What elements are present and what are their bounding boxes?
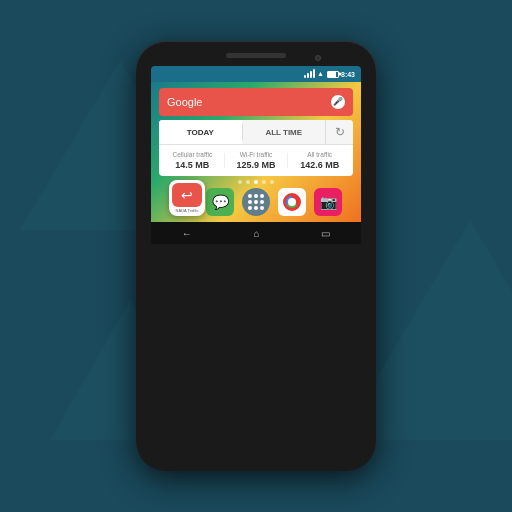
cellular-label: Cellular traffic [173, 151, 213, 158]
traffic-widget: TODAY ALL TIME ↻ Cellular traffic 14.5 M… [159, 120, 353, 176]
cellular-traffic-col: Cellular traffic 14.5 MB [163, 151, 222, 170]
phone-shell: ▲ 8:43 Google 🎤 TODAY ALL [136, 41, 376, 471]
chrome-app-icon[interactable] [278, 188, 306, 216]
back-button[interactable]: ← [182, 228, 192, 239]
hangouts-app-icon[interactable]: 💬 [206, 188, 234, 216]
all-traffic-col: All traffic 142.6 MB [290, 151, 349, 170]
all-traffic-value: 142.6 MB [300, 160, 339, 170]
nada-arrow-icon: ↩ [181, 187, 193, 204]
nada-traffic-label: NADA Traffic [176, 208, 199, 213]
dot-5 [270, 180, 274, 184]
home-button[interactable]: ⌂ [253, 228, 259, 239]
dot-1 [238, 180, 242, 184]
col-divider-2 [287, 153, 288, 168]
widget-data: Cellular traffic 14.5 MB Wi-Fi traffic 1… [159, 145, 353, 176]
all-traffic-label: All traffic [307, 151, 332, 158]
col-divider-1 [224, 153, 225, 168]
nav-bar: ← ⌂ ▭ [151, 222, 361, 244]
launcher-app-icon[interactable] [242, 188, 270, 216]
phone-screen: ▲ 8:43 Google 🎤 TODAY ALL [151, 66, 361, 406]
dot-4 [262, 180, 266, 184]
widget-tabs: TODAY ALL TIME ↻ [159, 120, 353, 145]
mic-icon[interactable]: 🎤 [331, 95, 345, 109]
refresh-icon: ↻ [335, 125, 345, 140]
battery-icon [327, 71, 339, 78]
status-icons: ▲ 8:43 [304, 70, 355, 78]
wifi-icon: ▲ [317, 71, 324, 78]
wifi-traffic-col: Wi-Fi traffic 125.9 MB [227, 151, 286, 170]
wifi-label: Wi-Fi traffic [240, 151, 273, 158]
google-search-bar[interactable]: Google 🎤 [159, 88, 353, 116]
status-bar: ▲ 8:43 [151, 66, 361, 82]
refresh-button[interactable]: ↻ [325, 120, 353, 144]
wifi-value: 125.9 MB [236, 160, 275, 170]
tab-all-time[interactable]: ALL TIME [243, 120, 326, 144]
wallpaper: Google 🎤 TODAY ALL TIME ↻ Cellular [151, 82, 361, 222]
camera-app-icon[interactable]: 📷 [314, 188, 342, 216]
cellular-value: 14.5 MB [175, 160, 209, 170]
google-label: Google [167, 96, 331, 108]
nada-traffic-app-icon[interactable]: ↩ NADA Traffic [169, 180, 205, 216]
tab-today[interactable]: TODAY [159, 120, 242, 144]
signal-icon [304, 70, 315, 78]
status-time: 8:43 [341, 71, 355, 78]
phone-speaker [226, 53, 286, 58]
dot-2 [246, 180, 250, 184]
mic-symbol: 🎤 [333, 98, 343, 106]
dot-3 [254, 180, 258, 184]
phone-camera [315, 55, 321, 61]
recent-button[interactable]: ▭ [321, 228, 330, 239]
